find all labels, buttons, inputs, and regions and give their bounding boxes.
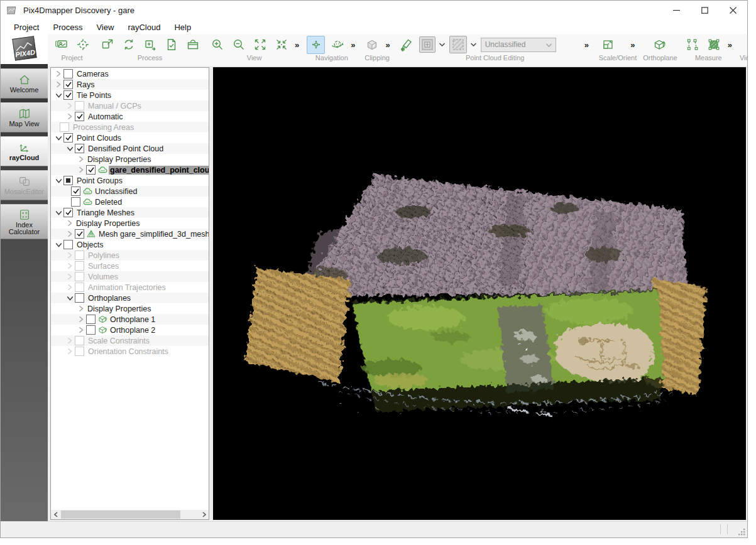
edit-densified-icon[interactable] — [398, 36, 416, 54]
menu-process[interactable]: Process — [46, 21, 89, 33]
pce-overflow-button[interactable]: » — [583, 36, 590, 53]
output-folder-icon[interactable] — [184, 36, 202, 54]
tree-item[interactable]: Densified Point Cloud — [51, 143, 209, 154]
clipping-overflow-button[interactable]: » — [384, 36, 391, 53]
scrollbar-thumb[interactable] — [61, 510, 180, 519]
navigation-overflow-button[interactable]: » — [349, 36, 356, 53]
assign-point-dropdown-caret[interactable] — [439, 36, 446, 53]
sidebar-item-map-view[interactable]: Map View — [1, 102, 48, 132]
tree-checkbox[interactable] — [75, 336, 84, 345]
tree-item[interactable]: Orthoplane 1 — [51, 314, 209, 325]
tree-item[interactable]: Processing Areas — [51, 122, 209, 132]
polygon-select-dropdown-caret[interactable] — [470, 36, 478, 53]
clipping-box-icon[interactable] — [363, 36, 381, 54]
scale-orient-overflow-button[interactable]: » — [629, 36, 636, 53]
view-all-icon[interactable] — [251, 36, 269, 54]
tree-item[interactable]: Polylines — [51, 250, 209, 261]
sidebar-item-welcome[interactable]: Welcome — [1, 68, 48, 99]
tree-checkbox[interactable] — [86, 315, 96, 324]
raycloud-3d-viewport[interactable] — [213, 67, 746, 520]
menu-project[interactable]: Project — [7, 21, 46, 33]
zoom-out-icon[interactable] — [229, 36, 248, 54]
reoptimize-icon[interactable] — [119, 36, 138, 54]
tree-checkbox[interactable] — [75, 229, 84, 239]
quality-report-icon[interactable] — [162, 36, 180, 54]
measure-overflow-button[interactable]: » — [726, 36, 733, 53]
tree-item[interactable]: Orientation Constraints — [51, 346, 209, 357]
image-list-icon[interactable] — [52, 36, 70, 54]
tree-expander[interactable] — [53, 80, 63, 90]
trackball-icon[interactable] — [328, 36, 346, 54]
close-button[interactable] — [719, 1, 747, 20]
tree-expander[interactable] — [65, 261, 75, 271]
tree-checkbox[interactable] — [63, 133, 73, 143]
scroll-right-arrow[interactable] — [199, 510, 209, 519]
tree-checkbox[interactable] — [71, 186, 80, 196]
tree-checkbox[interactable] — [75, 272, 84, 281]
tree-checkbox[interactable] — [86, 165, 96, 175]
tree-checkbox[interactable] — [75, 251, 84, 260]
pan-icon[interactable] — [307, 36, 325, 54]
tree-expander[interactable] — [65, 336, 75, 346]
rematch-icon[interactable] — [141, 36, 159, 54]
tree-expander[interactable] — [65, 112, 75, 122]
resize-grip[interactable] — [738, 528, 746, 536]
tree-item[interactable]: Surfaces — [51, 261, 209, 271]
zoom-in-icon[interactable] — [208, 36, 226, 54]
tree-item[interactable]: Point Groups — [51, 175, 209, 186]
tree-expander[interactable] — [76, 154, 86, 165]
sidebar-item-mosaiceditor[interactable]: MosaicEditor — [1, 170, 48, 200]
tree-checkbox[interactable] — [63, 176, 73, 185]
scale-orient-icon[interactable] — [599, 36, 617, 54]
tree-item[interactable]: Volumes — [51, 271, 209, 282]
tree-expander[interactable] — [65, 347, 75, 357]
tree-checkbox[interactable] — [63, 240, 73, 249]
tree-item[interactable]: Tie Points — [51, 90, 209, 100]
tree-checkbox[interactable] — [75, 283, 84, 292]
tree-item[interactable]: Orthoplanes — [51, 293, 209, 303]
tree-checkbox[interactable] — [63, 208, 73, 217]
tree-checkbox[interactable] — [63, 69, 73, 78]
scrollbar-track[interactable] — [60, 510, 199, 519]
tree-expander[interactable] — [76, 315, 86, 325]
gcp-target-icon[interactable] — [74, 36, 92, 54]
tree-checkbox[interactable] — [63, 80, 73, 89]
tree-item[interactable]: Cameras — [51, 68, 209, 79]
tree-expander[interactable] — [53, 90, 63, 100]
tree-item[interactable]: Automatic — [51, 111, 209, 122]
tree-expander[interactable] — [65, 144, 75, 154]
tree-expander[interactable] — [76, 304, 86, 314]
tree-item[interactable]: Point Clouds — [51, 132, 209, 143]
menu-raycloud[interactable]: rayCloud — [121, 21, 167, 33]
tree-expander[interactable] — [65, 283, 75, 293]
tree-expander[interactable] — [65, 101, 75, 111]
tree-item[interactable]: Animation Trajectories — [51, 282, 209, 293]
tree-expander[interactable] — [53, 240, 63, 250]
tree-item[interactable]: Manual / GCPs — [51, 100, 209, 111]
tree-checkbox[interactable] — [75, 101, 84, 111]
tree-checkbox[interactable] — [60, 122, 69, 132]
tree-expander[interactable] — [53, 176, 63, 186]
tree-expander[interactable] — [65, 251, 75, 261]
tree-expander[interactable] — [65, 219, 75, 229]
sidebar-item-index-calculator[interactable]: Index Calculator — [1, 204, 48, 239]
measure-surface-icon[interactable] — [705, 36, 723, 54]
assign-point-icon[interactable] — [419, 36, 436, 53]
tree-item[interactable]: Rays — [51, 79, 209, 90]
scroll-left-arrow[interactable] — [51, 510, 60, 519]
tree-checkbox[interactable] — [75, 293, 84, 303]
tree-expander[interactable] — [53, 133, 63, 143]
tree-checkbox[interactable] — [71, 197, 80, 207]
measure-line-icon[interactable] — [684, 36, 702, 54]
polygon-select-icon[interactable] — [449, 36, 467, 53]
maximize-button[interactable] — [691, 1, 719, 20]
tree-item[interactable]: Display Properties — [51, 154, 209, 165]
tree-expander[interactable] — [65, 293, 75, 303]
tree-item[interactable]: Scale Constraints — [51, 335, 209, 346]
tree-item[interactable]: Objects — [51, 239, 209, 250]
menu-view[interactable]: View — [89, 21, 121, 33]
orthoplane-icon[interactable] — [651, 36, 669, 54]
tree-expander[interactable] — [76, 325, 86, 335]
tree-item[interactable]: gare_densified_point_cloud — [51, 165, 209, 175]
focus-icon[interactable] — [272, 36, 290, 54]
